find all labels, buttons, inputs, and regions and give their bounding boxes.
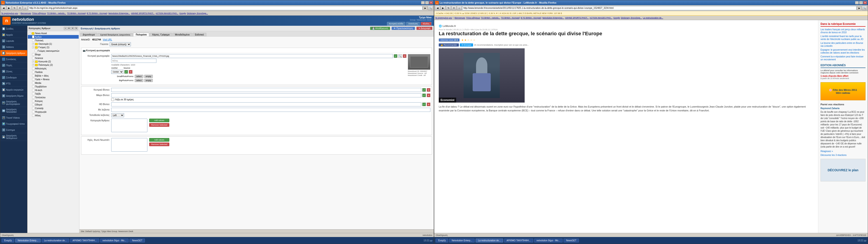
small-video-ok-icon[interactable]: ✓ <box>422 94 426 97</box>
sidebar-item-addons[interactable]: ⚙ Addons <box>0 44 27 50</box>
bookmark-8[interactable]: ACTION IMAGES PHO... <box>156 12 178 14</box>
sidebar-item-layouts[interactable]: 🗂 Layouts <box>0 38 27 44</box>
bookmark-4[interactable]: ΤΟ ΒΗΜΑ - Κεντρική <box>67 12 86 14</box>
add-values-btn[interactable]: Add values <box>149 119 169 122</box>
tree-item-economists[interactable]: Γνώμες οικονομιστών <box>28 49 79 53</box>
sidebar-item-demo[interactable]: 🏛 Διαχείριση δήμου <box>0 93 27 99</box>
restore-btn[interactable]: □ <box>425 1 429 4</box>
tree-item-friend[interactable]: Φίλος <box>28 114 79 117</box>
right-bookmark-5[interactable]: Β ΤΟ ΒΗΜΑ - Κεντρική <box>521 17 541 19</box>
right-search-btn[interactable]: 🔍 <box>862 6 867 10</box>
tree-item-opinions[interactable]: + Γνώμες (1) <box>28 45 79 49</box>
anchor-remove-icon[interactable]: ✕ <box>129 70 132 74</box>
right-taskbar-demo-btn[interactable]: netvolution δήμο - Mo... <box>534 239 563 242</box>
right-restore-btn[interactable]: □ <box>859 1 863 4</box>
refresh-btn[interactable]: Ανανέωση <box>406 22 420 26</box>
tree-del-btn[interactable]: ✕ <box>71 27 74 30</box>
photo-search-icon[interactable]: 🔍 <box>398 54 402 58</box>
tree-edit-btn[interactable]: ✏ <box>67 27 70 30</box>
bookmark-2[interactable]: Τίτλοι ειδήσεων <box>32 12 46 14</box>
right-forward-btn[interactable]: ▶ <box>440 6 445 10</box>
right-bookmark-8[interactable]: ACTION IMAGES PHO... <box>590 17 612 19</box>
taskbar-demo-btn[interactable]: netvolution δήμο - Mo... <box>100 239 129 242</box>
bookmark-1[interactable]: Bienvenues <box>21 12 31 14</box>
discover-link[interactable]: Découvrez les 3 réactions <box>820 154 866 157</box>
sidebar-item-archive[interactable]: 📁 Αρχείο <box>0 32 27 38</box>
tree-item-sports[interactable]: Αθλητισμός <box>28 67 79 70</box>
right-bookmark-1[interactable]: Bienvenues <box>455 17 465 19</box>
anchor-select[interactable]: Center <box>111 70 123 74</box>
tab-editorial[interactable]: Εκδοτικό <box>193 33 206 36</box>
minimize-btn[interactable]: _ <box>421 1 425 4</box>
home-page-btn[interactable]: Κεντρική σελίδα <box>387 22 405 26</box>
tree-item-odigos[interactable]: Οδηγοί <box>28 103 79 106</box>
bookmark-0[interactable]: Τα αγαπημένα μου <box>1 12 18 14</box>
right-bookmark-3[interactable]: ΤΟ ΒΗΜΑ - netvolu... <box>481 17 500 19</box>
right-bookmark-6[interactable]: Netvolution Enterprise... <box>542 17 564 19</box>
photo-check-icon[interactable]: ✓ <box>394 54 397 58</box>
tab-publication[interactable]: Δημοσίευμα <box>80 33 97 36</box>
big-photo-select-btn[interactable]: select <box>135 79 143 82</box>
right-bookmark-10[interactable]: Dictionary, Encyclope... <box>621 17 642 19</box>
tree-item-books[interactable]: Βιβλία + ιδέες <box>28 74 79 78</box>
right-taskbar-arithmo-btn[interactable]: ΑΡΙΘΜΟ ΤΑΝΥΠΗΦΗ... <box>504 239 533 242</box>
right-bookmark-7[interactable]: ΑΘΗΝΕ SPORTS PHOT... <box>565 17 589 19</box>
search-btn[interactable]: 🔍 <box>428 6 433 10</box>
tree-expander-0[interactable]: - <box>29 32 31 35</box>
close-btn[interactable]: ✕ <box>429 1 433 4</box>
preview-btn[interactable]: 👁 Προεπισκόπηση <box>392 27 415 30</box>
sidebar-link-4[interactable]: Comment la e-réputation peut faire évolu… <box>820 55 866 61</box>
tree-item-environment[interactable]: Περιβάλλον <box>28 85 79 88</box>
sidebar-item-articles[interactable]: 📝 Διαχείριση άρθρων <box>0 50 27 56</box>
right-close-btn[interactable]: ✕ <box>863 1 867 4</box>
left-address-bar[interactable] <box>28 6 423 10</box>
bookmark-10[interactable]: Dictionary, Encyclope... <box>187 12 208 14</box>
tree-item-news-asset[interactable]: - News Asset <box>28 32 79 35</box>
small-photo-select-btn[interactable]: select <box>135 75 143 78</box>
sidebar-link-3[interactable]: Espagne: le gouvernement veut interdire … <box>820 48 866 54</box>
sidebar-item-rts[interactable]: 📡 ΡΤS <box>0 81 27 87</box>
hd-video-ok-icon[interactable]: ✓ <box>422 102 426 106</box>
right-bookmark-2[interactable]: Τίτλοι ειδήσεων <box>466 17 480 19</box>
right-taskbar-newsget-btn[interactable]: NewsGET <box>563 239 579 242</box>
video-remove-icon[interactable]: ✕ <box>427 88 430 92</box>
sidebar-item-authors[interactable]: 👤 Συντάκτες <box>0 56 27 62</box>
taskbar-restructuration-btn[interactable]: La restructuration de... <box>41 239 69 242</box>
photo-path-input[interactable] <box>111 54 393 58</box>
sidebar-item-sources[interactable]: 🔗 Πηγές <box>0 62 27 68</box>
sidebar-item-geo[interactable]: 🌍 Γεωγραφικοί τόποι <box>0 121 27 127</box>
photo2-add-values-btn[interactable]: Add values <box>149 138 169 142</box>
sidebar-item-pages[interactable]: 📄 Σελίδες <box>0 26 27 32</box>
hd-video-remove-icon[interactable]: ✕ <box>427 102 430 106</box>
bookmark-9[interactable]: Google <box>179 12 186 14</box>
right-home-btn[interactable]: ⌂ <box>457 6 462 10</box>
bookmark-5[interactable]: Β ΤΟ ΒΗΜΑ - Κεντρική <box>87 12 107 14</box>
tree-item-topostelio[interactable]: Τοπόσελιο <box>28 96 79 99</box>
tab-metadata[interactable]: Μεταδεδομένα <box>173 33 192 36</box>
tree-item-science[interactable]: Science <box>28 56 79 60</box>
small-video-remove-icon[interactable]: ✕ <box>427 94 430 97</box>
right-bookmark-11[interactable]: La restructuration de... <box>643 17 663 19</box>
taskbar-netvolution-btn[interactable]: Netvolution Enterp... <box>15 239 41 242</box>
tree-add-btn[interactable]: + <box>64 27 67 30</box>
caption-input[interactable] <box>111 108 430 112</box>
right-taskbar-netvolution-btn[interactable]: Netvolution Enterp... <box>449 239 475 242</box>
anchor-ok-icon[interactable]: ✓ <box>124 70 128 74</box>
tree-expander-9[interactable]: + <box>32 64 34 66</box>
tree-item-health[interactable]: Υγεία + fitness <box>28 78 79 81</box>
sidebar-item-photos[interactable]: 📷 Διαχείριση φωτογραφιών <box>0 99 27 107</box>
sidebar-item-zones[interactable]: 🗺 Ζώνες <box>0 68 27 74</box>
right-taskbar-start-btn[interactable]: Έναρξη <box>436 239 448 242</box>
right-window-controls[interactable]: _ □ ✕ <box>855 1 867 4</box>
tree-expander-3[interactable]: + <box>32 43 34 45</box>
right-taskbar-restructuration-btn[interactable]: La restructuration de... <box>475 239 503 242</box>
save-btn[interactable]: 💾 Αποθήκευση <box>370 27 390 30</box>
tree-item-comedy[interactable]: Comedy <box>28 106 79 110</box>
sidebar-item-data[interactable]: 💾 Διαχείριση δεδομένων <box>0 133 27 141</box>
sidebar-link-1[interactable]: L'arrêté ministériel fixant les tarifs p… <box>820 35 866 41</box>
sidebar-link-0[interactable]: Les traders français ont perçu deux mill… <box>820 28 866 34</box>
sidebar-item-links[interactable]: 🔗 Σύνδεσμοι <box>0 74 27 81</box>
facebook-btn[interactable]: 👍 Recommander <box>439 43 459 47</box>
photo2-remove-selected-btn[interactable]: Remove Selected <box>149 143 169 146</box>
hd-video-input[interactable] <box>111 102 421 106</box>
